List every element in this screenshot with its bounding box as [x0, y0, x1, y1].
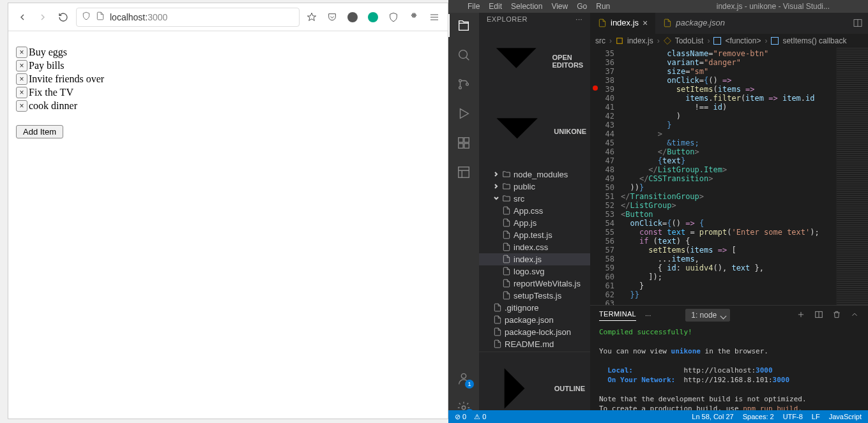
- svg-rect-7: [464, 144, 469, 148]
- explorer-sidebar: EXPLORER ··· OPEN EDITORS UNIKONE node_m…: [479, 11, 590, 423]
- back-button[interactable]: [15, 10, 30, 25]
- shield-icon: [82, 11, 91, 22]
- more-icon[interactable]: ···: [575, 15, 582, 23]
- tree-node-appcss[interactable]: App.css: [479, 205, 590, 217]
- breadcrumbs[interactable]: src› index.js› TodoList› <function>› set…: [590, 34, 868, 48]
- ext4-icon[interactable]: [407, 10, 421, 24]
- svg-point-9: [461, 374, 466, 378]
- terminal-select[interactable]: 1: node: [685, 309, 730, 322]
- svg-point-2: [459, 87, 462, 89]
- editor-tab-indexjs[interactable]: index.js×: [590, 11, 655, 34]
- code-editor[interactable]: 3536373839404142434445464748495051525354…: [590, 48, 868, 305]
- tree-node-logosvg[interactable]: logo.svg: [479, 265, 590, 278]
- layout-activity[interactable]: [455, 163, 473, 181]
- status-cursor[interactable]: Ln 58, Col 27: [692, 413, 733, 420]
- todo-label: Invite friends over: [29, 73, 104, 85]
- menu-edit[interactable]: Edit: [489, 2, 502, 11]
- remove-item-button[interactable]: ×: [16, 100, 27, 112]
- ext1-icon[interactable]: [346, 10, 360, 24]
- status-encoding[interactable]: UTF-8: [783, 413, 803, 420]
- pocket-icon[interactable]: [325, 10, 339, 24]
- menu-file[interactable]: File: [468, 2, 480, 11]
- terminal-tab[interactable]: TERMINAL: [599, 310, 636, 321]
- remove-item-button[interactable]: ×: [16, 47, 27, 58]
- tree-node-apptestjs[interactable]: App.test.js: [479, 229, 590, 241]
- project-section[interactable]: UNIKONE: [479, 96, 590, 167]
- url-text: localhost:3000: [110, 12, 167, 22]
- extensions-activity[interactable]: [455, 134, 473, 152]
- menu-selection[interactable]: Selection: [511, 2, 542, 11]
- remove-item-button[interactable]: ×: [16, 60, 27, 71]
- terminal-chevron-icon[interactable]: [850, 310, 859, 320]
- status-eol[interactable]: LF: [812, 413, 820, 420]
- terminal-split-icon[interactable]: [814, 310, 823, 320]
- vscode-menubar: File Edit Selection View Go Run index.js…: [448, 0, 868, 13]
- page-content: ×Buy eggs×Pay bills×Invite friends over×…: [8, 31, 448, 154]
- editor-tabs: index.js×package.json: [590, 11, 868, 34]
- todo-row: ×Fix the TV: [16, 87, 440, 98]
- ext3-icon[interactable]: [386, 10, 400, 24]
- status-spaces[interactable]: Spaces: 2: [743, 413, 774, 420]
- bookmark-icon[interactable]: [305, 10, 319, 24]
- browser-toolbar: localhost:3000: [8, 3, 448, 31]
- todo-label: Buy eggs: [29, 47, 67, 58]
- todo-row: ×cook dinner: [16, 100, 440, 112]
- todo-row: ×Buy eggs: [16, 47, 440, 58]
- close-tab-icon[interactable]: ×: [643, 18, 648, 28]
- tree-node-public[interactable]: public: [479, 181, 590, 193]
- terminal-trash-icon[interactable]: [832, 310, 841, 320]
- forward-button[interactable]: [35, 10, 50, 25]
- svg-point-1: [459, 80, 462, 82]
- url-bar[interactable]: localhost:3000: [76, 8, 300, 27]
- terminal-more-icon[interactable]: ···: [645, 311, 651, 319]
- remove-item-button[interactable]: ×: [16, 73, 27, 85]
- tree-node-src[interactable]: src: [479, 193, 590, 205]
- tree-node-nodemodules[interactable]: node_modules: [479, 168, 590, 181]
- status-lang[interactable]: JavaScript: [829, 413, 862, 420]
- page-icon: [96, 11, 105, 22]
- menu-run[interactable]: Run: [596, 2, 610, 11]
- tree-node-readmemd[interactable]: README.md: [479, 338, 590, 350]
- terminal-body[interactable]: Compiled successfully! You can now view …: [590, 325, 868, 423]
- status-bar: ⊘ 0 ⚠ 0 Ln 58, Col 27 Spaces: 2 UTF-8 LF…: [448, 410, 868, 423]
- browser-window: localhost:3000 ×Buy eggs×Pay bills×Invit…: [8, 3, 448, 419]
- tree-node-indexcss[interactable]: index.css: [479, 241, 590, 253]
- tree-node-appjs[interactable]: App.js: [479, 217, 590, 229]
- minimap[interactable]: [836, 48, 868, 305]
- terminal-panel: TERMINAL ··· 1: node Compiled successful…: [590, 305, 868, 423]
- menu-icon[interactable]: [427, 10, 441, 24]
- explorer-activity[interactable]: [455, 17, 473, 34]
- run-debug-activity[interactable]: [455, 105, 473, 122]
- open-editors-section[interactable]: OPEN EDITORS: [479, 27, 590, 96]
- account-activity[interactable]: 1: [455, 369, 473, 387]
- todo-label: Fix the TV: [29, 87, 73, 98]
- tree-node-packagelockjson[interactable]: package-lock.json: [479, 326, 590, 338]
- add-item-button[interactable]: Add Item: [16, 125, 63, 138]
- source-control-activity[interactable]: [455, 75, 473, 93]
- tree-node-indexjs[interactable]: index.js: [479, 253, 590, 265]
- todo-row: ×Invite friends over: [16, 73, 440, 85]
- split-editor-icon[interactable]: [848, 11, 868, 34]
- svg-point-10: [462, 406, 466, 410]
- editor-tab-packagejson[interactable]: package.json: [655, 11, 733, 34]
- svg-rect-5: [464, 138, 469, 142]
- terminal-new-icon[interactable]: [796, 310, 805, 320]
- search-activity[interactable]: [455, 46, 473, 64]
- status-warnings[interactable]: ⚠ 0: [474, 413, 486, 421]
- svg-point-0: [459, 50, 468, 59]
- reload-button[interactable]: [56, 10, 71, 25]
- tree-node-setuptestsjs[interactable]: setupTests.js: [479, 290, 590, 302]
- svg-rect-8: [459, 167, 469, 178]
- svg-rect-6: [459, 144, 463, 148]
- tree-node-reportwebvitalsjs[interactable]: reportWebVitals.js: [479, 278, 590, 290]
- window-title: index.js - unikone - Visual Studi...: [717, 2, 868, 11]
- ext2-icon[interactable]: [366, 10, 380, 24]
- menu-go[interactable]: Go: [577, 2, 587, 11]
- remove-item-button[interactable]: ×: [16, 87, 27, 98]
- menu-view[interactable]: View: [551, 2, 568, 11]
- svg-rect-12: [617, 38, 623, 44]
- status-errors[interactable]: ⊘ 0: [455, 413, 466, 421]
- tree-node-packagejson[interactable]: package.json: [479, 314, 590, 326]
- tree-node-gitignore[interactable]: .gitignore: [479, 302, 590, 314]
- breakpoint-dot[interactable]: [593, 85, 598, 91]
